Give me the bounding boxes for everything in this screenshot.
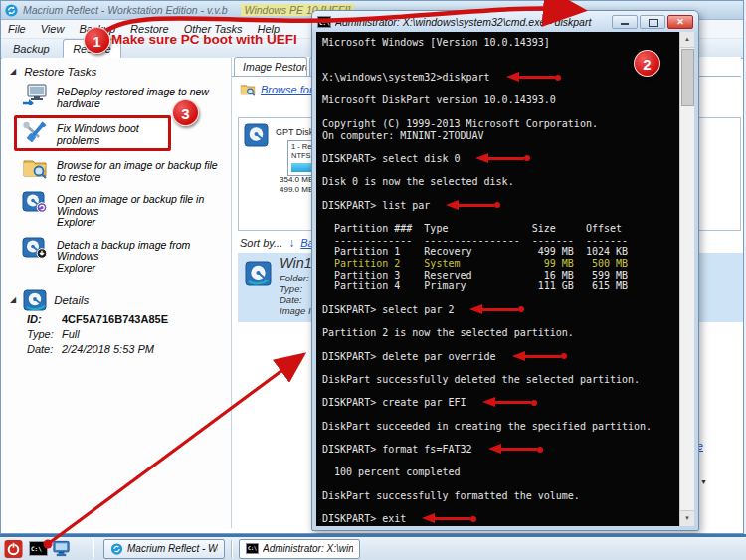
taskbar-button-cmd[interactable]: C:\ Administrator: X:\win... [239, 539, 360, 559]
console-line: DISKPART> select par 2 [322, 304, 678, 316]
minimize-button[interactable] [612, 15, 638, 29]
console-line: DISKPART> format fs=FAT32 [322, 444, 678, 456]
console-line: DiskPart successfully formatted the volu… [322, 490, 678, 502]
date-label: Date: [27, 343, 62, 355]
restore-tasks-panel: ◢ Restore Tasks ReDeploy restored image … [2, 58, 232, 528]
partition-total-size: 499.0 MB [280, 185, 313, 195]
type-label: Type: [27, 328, 62, 340]
maximize-button[interactable] [640, 15, 665, 29]
cmd-titlebar[interactable]: C:\ Administrator: X:\windows\system32\c… [312, 11, 698, 32]
console-line: Partition 2 System 99 MB 500 MB [322, 258, 678, 270]
console-line [322, 502, 678, 514]
restore-tasks-label: Restore Tasks [24, 66, 96, 78]
console-line [322, 188, 678, 200]
power-icon[interactable] [4, 540, 23, 558]
console-line [322, 106, 678, 118]
console-line [322, 362, 678, 374]
console-line [322, 409, 678, 421]
annotation-box-step3: Fix Windows boot problems [14, 115, 171, 151]
console-line: Partition 3 Reserved 16 MB 599 MB [322, 270, 678, 281]
taskbar-button-macrium[interactable]: Macrium Reflect - Wo... [103, 539, 225, 559]
backup-disk-icon [245, 261, 273, 286]
browse-image-link-row[interactable]: Browse for a [240, 83, 322, 96]
console-line: 100 percent completed [322, 467, 678, 478]
console-line: DiskPart successfully deleted the select… [322, 374, 678, 386]
dropdown-arrow-icon: ▼ [700, 478, 707, 485]
restore-tasks-header[interactable]: ◢ Restore Tasks [2, 64, 231, 80]
redeploy-icon [22, 84, 48, 105]
scroll-up-arrow[interactable]: ▲ [680, 32, 694, 48]
scroll-down-arrow[interactable]: ▼ [680, 510, 694, 526]
console-line [322, 211, 678, 223]
sort-by-label[interactable]: Sort by... [240, 237, 282, 249]
detail-row-type: Type: Full [2, 328, 231, 340]
console-line [322, 84, 678, 95]
gpt-disk-icon [244, 123, 270, 147]
sidebar-item-fix-boot-problems[interactable]: Fix Windows boot problems [17, 118, 168, 148]
detail-row-date: Date: 2/24/2018 5:53 PM [2, 343, 231, 355]
details-label: Details [54, 294, 89, 306]
console-line: Partition 2 is now the selected partitio… [322, 327, 678, 339]
sidebar-item-browse-restore[interactable]: Browse for an image or backup file to re… [2, 153, 231, 187]
detail-row-id: ID: 4CF5A716B743A85E [2, 313, 231, 325]
sidebar-item-open-image[interactable]: Open an image or backup file in WindowsE… [2, 187, 231, 233]
details-header[interactable]: ◢ Details [2, 289, 231, 310]
menu-item-file[interactable]: File [8, 23, 26, 35]
cmd-icon: C:\ [317, 16, 331, 28]
console-line: Partition ### Type Size Offset [322, 223, 678, 235]
console-line [322, 456, 678, 467]
console-line: Disk 0 is now the selected disk. [322, 176, 678, 188]
date-value: 2/24/2018 5:53 PM [62, 343, 154, 355]
console-line [322, 165, 678, 177]
console-line: On computer: MININT-2TODUAV [322, 130, 678, 142]
sidebar-item-label: Detach a backup image from WindowsExplor… [57, 237, 227, 275]
console-line [322, 339, 678, 351]
console-lines: Microsoft Windows [Version 10.0.14393] X… [322, 37, 678, 525]
console-line [322, 386, 678, 398]
computer-icon[interactable] [52, 540, 71, 558]
detach-image-icon [22, 237, 48, 259]
taskbar-separator [93, 540, 94, 558]
cmd-quicklaunch-icon[interactable]: C:\ [29, 541, 48, 556]
console-line: X:\windows\system32>diskpart [322, 72, 678, 84]
partition-used-size: 354.0 MB [280, 175, 313, 185]
console-line: Microsoft DiskPart version 10.0.14393.0 [322, 94, 678, 106]
window-controls: ✕ [612, 15, 693, 29]
sort-direction-icon[interactable]: ↓ [288, 236, 294, 250]
expander-icon[interactable]: ◢ [10, 296, 16, 304]
tab-backup[interactable]: Backup [4, 40, 59, 57]
step-badge-2: 2 [634, 50, 660, 77]
id-value: 4CF5A716B743A85E [62, 313, 168, 325]
red-arrow-icon [512, 351, 568, 362]
console-line: Microsoft Windows [Version 10.0.14393] [322, 37, 678, 49]
browse-folder-small-icon [240, 83, 256, 96]
console-line: DISKPART> select disk 0 [322, 153, 678, 165]
annotation-note: Make sure PC boot with UEFI [111, 32, 297, 47]
step-badge-1: 1 [84, 27, 110, 54]
cmd-window-title: Administrator: X:\windows\system32\cmd.e… [335, 16, 604, 28]
window-title: Macrium Reflect - Workstation Edition - … [23, 4, 228, 16]
red-arrow-icon [422, 513, 477, 524]
red-arrow-icon [469, 304, 525, 315]
scroll-thumb[interactable] [681, 49, 694, 106]
console-line [322, 316, 678, 328]
partition-sizes: 354.0 MB 499.0 MB [280, 175, 313, 194]
console-line: ------------- ---------------- ------- -… [322, 235, 678, 247]
sidebar-item-label: Fix Windows boot problems [57, 120, 166, 146]
taskbar: C:\ Macrium Reflect - Wo... C:\ Administ… [0, 534, 746, 560]
details-disk-icon [23, 289, 47, 310]
console-line: DISKPART> delete par override [322, 351, 678, 363]
fix-boot-icon [22, 120, 48, 142]
expander-icon[interactable]: ◢ [10, 68, 16, 76]
red-arrow-icon [446, 200, 501, 211]
console-scrollbar[interactable]: ▲ ▼ [679, 32, 694, 526]
open-image-icon [22, 191, 48, 213]
tab-image-restore[interactable]: Image Restore [234, 57, 307, 76]
taskbar-separator [231, 540, 233, 558]
sidebar-item-label: ReDeploy restored image to new hardware [57, 84, 227, 109]
console-line: Copyright (C) 1999-2013 Microsoft Corpor… [322, 118, 678, 130]
sidebar-item-detach-image[interactable]: Detach a backup image from WindowsExplor… [2, 233, 231, 279]
red-arrow-icon [488, 444, 544, 455]
close-button[interactable]: ✕ [667, 15, 693, 29]
menu-item-view[interactable]: View [41, 23, 65, 35]
